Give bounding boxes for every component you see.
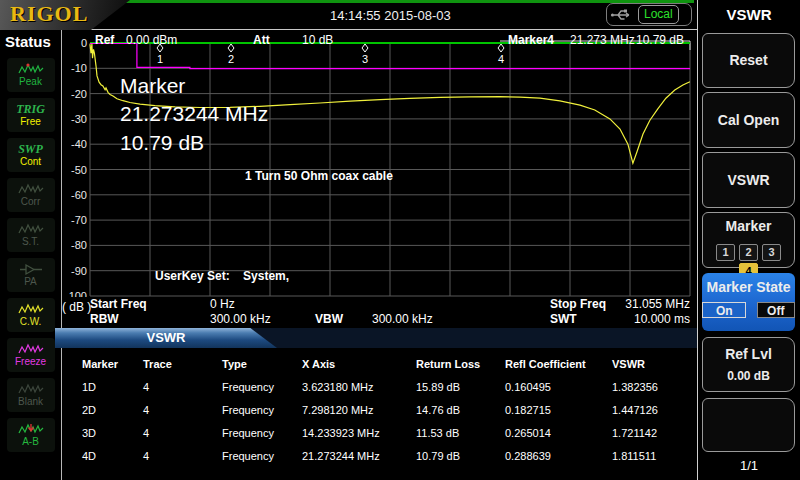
- status-item-label: Peak: [19, 76, 42, 87]
- table-row: 3D4Frequency14.233923 MHz11.53 dB0.26501…: [62, 421, 697, 444]
- marker-overlay-freq: 21.273244 MHz: [120, 102, 268, 126]
- table-cell: 15.89 dB: [416, 381, 505, 393]
- status-item-label: Freeze: [15, 356, 46, 367]
- table-cell: Frequency: [222, 427, 302, 439]
- ref-lvl-value: 0.00 dB: [703, 369, 794, 383]
- table-header-cell: Return Loss: [416, 358, 505, 370]
- peak-icon: [18, 63, 44, 76]
- status-item-label: C.W.: [20, 316, 42, 327]
- status-item-pa: PA: [7, 258, 55, 292]
- status-item-trig: TRIGFree: [7, 98, 55, 132]
- svg-text:-100: -100: [65, 290, 87, 297]
- marker-2-key[interactable]: 2: [739, 244, 758, 261]
- svg-text:-90: -90: [71, 265, 87, 277]
- marker4-readout-label: Marker4: [508, 33, 554, 47]
- st-icon: [18, 223, 44, 236]
- spectrum-plot: 0-10-20-30-40-50-60-70-80-90-1001234: [62, 30, 697, 297]
- tab-vswr[interactable]: VSWR: [55, 328, 277, 348]
- status-item-freeze: Freeze: [7, 338, 55, 372]
- status-item-cw: C.W.: [7, 298, 55, 332]
- marker-state-label: Marker State: [702, 279, 795, 295]
- status-item-swp: SWPCont: [7, 138, 55, 172]
- table-header-cell: Marker: [82, 358, 143, 370]
- ref-lvl-label: Ref Lvl: [703, 346, 794, 362]
- marker-state-on[interactable]: On: [702, 302, 746, 318]
- swt-value: 10.000 ms: [634, 312, 690, 326]
- status-item-label: Blank: [18, 396, 43, 407]
- status-item-label: Free: [20, 116, 41, 127]
- svg-text:-80: -80: [71, 239, 87, 251]
- swp-icon: SWP: [18, 143, 43, 156]
- table-cell: 0.288639: [505, 450, 612, 462]
- table-header-row: MarkerTraceTypeX AxisReturn LossRefl Coe…: [62, 352, 697, 375]
- svg-text:-50: -50: [71, 164, 87, 176]
- table-cell: 1D: [82, 381, 143, 393]
- table-cell: 1.447126: [612, 404, 692, 416]
- table-cell: Frequency: [222, 450, 302, 462]
- table-cell: 14.76 dB: [416, 404, 505, 416]
- table-cell: 3.623180 MHz: [302, 381, 416, 393]
- table-cell: 10.79 dB: [416, 450, 505, 462]
- marker4-readout-amp: 10.79 dB: [636, 33, 684, 47]
- table-cell: 14.233923 MHz: [302, 427, 416, 439]
- vswr-button[interactable]: VSWR: [702, 152, 795, 208]
- table-row: 4D4Frequency21.273244 MHz10.79 dB0.28863…: [62, 444, 697, 467]
- local-badge: Local: [638, 5, 679, 24]
- vbw-value: 300.00 kHz: [372, 312, 433, 326]
- corr-icon: [18, 183, 44, 196]
- status-item-blank: Blank: [7, 378, 55, 412]
- att-label: Att: [253, 33, 270, 47]
- svg-text:-40: -40: [71, 138, 87, 150]
- pa-icon: [19, 263, 43, 276]
- ref-lvl-button[interactable]: Ref Lvl 0.00 dB: [702, 337, 795, 392]
- sweep-status-bar: ( dB ) Start Freq 0 Hz Stop Freq 31.055 …: [62, 297, 697, 328]
- page-indicator: 1/1: [698, 458, 800, 473]
- svg-text:3: 3: [362, 53, 368, 65]
- empty-softkey[interactable]: [702, 398, 795, 452]
- table-cell: 4: [143, 427, 222, 439]
- cw-icon: [18, 303, 44, 316]
- svg-text:-20: -20: [71, 88, 87, 100]
- marker-select-button[interactable]: Marker 1234: [702, 212, 795, 268]
- connection-status: Local: [606, 3, 692, 26]
- userkey-message: UserKey Set: System,: [155, 269, 289, 283]
- marker-table: MarkerTraceTypeX AxisReturn LossRefl Coe…: [62, 348, 697, 480]
- table-cell: 1.382356: [612, 381, 692, 393]
- table-cell: Frequency: [222, 381, 302, 393]
- marker-3-key[interactable]: 3: [762, 244, 781, 261]
- table-cell: 4D: [82, 450, 143, 462]
- graph-area: 0-10-20-30-40-50-60-70-80-90-1001234 Ref…: [62, 30, 697, 297]
- table-row: 2D4Frequency7.298120 MHz14.76 dB0.182715…: [62, 398, 697, 421]
- marker-state-button[interactable]: Marker State On Off: [702, 273, 795, 331]
- marker-state-off[interactable]: Off: [757, 302, 795, 318]
- table-header-cell: X Axis: [302, 358, 416, 370]
- marker-1-key[interactable]: 1: [716, 244, 735, 261]
- table-cell: 0.265014: [505, 427, 612, 439]
- status-title: Status: [0, 30, 61, 52]
- table-cell: 3D: [82, 427, 143, 439]
- status-item-list: PeakTRIGFreeSWPContCorrS.T.PAC.W.FreezeB…: [0, 58, 61, 452]
- table-cell: Frequency: [222, 404, 302, 416]
- status-item-st: S.T.: [7, 218, 55, 252]
- trig-icon: TRIG: [16, 103, 45, 116]
- stop-freq-value: 31.055 MHz: [625, 297, 690, 311]
- svg-text:-60: -60: [71, 189, 87, 201]
- freeze-icon: [18, 343, 44, 356]
- marker-overlay-amp: 10.79 dB: [120, 131, 204, 155]
- svg-text:2: 2: [228, 53, 234, 65]
- reset-button[interactable]: Reset: [702, 33, 795, 88]
- datetime: 14:14:55 2015-08-03: [330, 8, 451, 23]
- table-cell: 4: [143, 404, 222, 416]
- svg-text:-70: -70: [71, 214, 87, 226]
- table-row: 1D4Frequency3.623180 MHz15.89 dB0.160495…: [62, 375, 697, 398]
- svg-text:1: 1: [157, 53, 163, 65]
- table-cell: 2D: [82, 404, 143, 416]
- svg-text:-30: -30: [71, 113, 87, 125]
- cal-open-button[interactable]: Cal Open: [702, 92, 795, 148]
- table-cell: 0.182715: [505, 404, 612, 416]
- status-sidebar: Status PeakTRIGFreeSWPContCorrS.T.PAC.W.…: [0, 30, 62, 480]
- swt-label: SWT: [550, 312, 577, 326]
- status-item-peak: Peak: [7, 58, 55, 92]
- stop-freq-label: Stop Freq: [550, 297, 606, 311]
- att-value: 10 dB: [302, 33, 333, 47]
